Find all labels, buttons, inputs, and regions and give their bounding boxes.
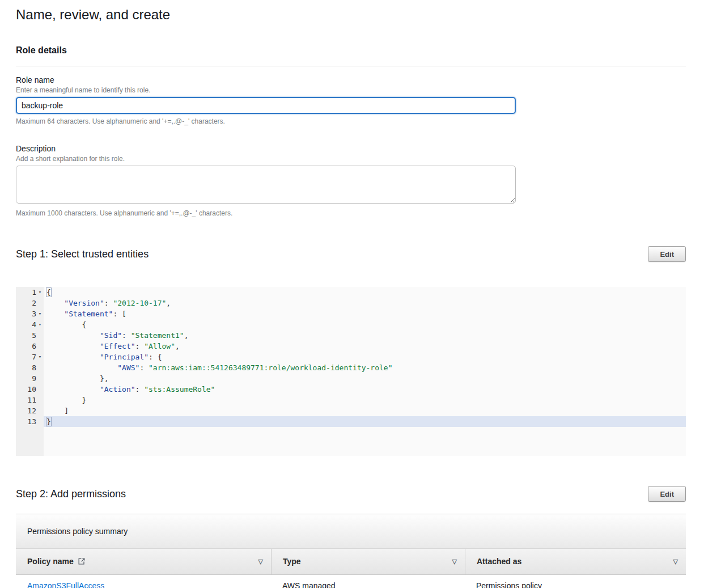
external-link-icon — [78, 557, 86, 565]
line-number-gutter — [16, 427, 44, 456]
step1-edit-button[interactable]: Edit — [648, 246, 686, 262]
line-number-gutter: 3▾ — [16, 308, 44, 319]
role-name-label: Role name — [16, 75, 686, 84]
line-number: 5 — [32, 330, 36, 341]
line-number-gutter: 10 — [16, 384, 44, 395]
line-number-gutter: 1▾ — [16, 287, 44, 298]
line-number-gutter: 8 — [16, 362, 44, 373]
step2-header-row: Step 2: Add permissions Edit — [16, 480, 686, 509]
description-help: Add a short explanation for this role. — [16, 155, 686, 163]
description-textarea[interactable] — [16, 166, 516, 204]
line-number: 10 — [27, 384, 36, 395]
code-line: 9 }, — [16, 373, 686, 384]
filter-icon[interactable]: ▽ — [258, 558, 263, 565]
code-line: 2 "Version": "2012-10-17", — [16, 298, 686, 308]
line-number: 13 — [27, 416, 36, 427]
filter-icon[interactable]: ▽ — [452, 558, 457, 565]
line-number: 7 — [32, 352, 36, 362]
role-name-input[interactable] — [16, 97, 516, 114]
line-number-gutter: 2 — [16, 298, 44, 308]
table-row: AmazonS3FullAccess AWS managed Permissio… — [16, 575, 686, 588]
line-number-gutter: 4▾ — [16, 319, 44, 330]
attached-as-cell: Permissions policy — [465, 581, 686, 588]
step2-heading: Step 2: Add permissions — [16, 488, 126, 500]
code-text: "Sid": "Statement1", — [44, 330, 686, 341]
code-line: 7▾ "Principal": { — [16, 352, 686, 362]
policy-type-cell: AWS managed — [271, 581, 465, 588]
line-number: 8 — [32, 362, 36, 373]
description-label: Description — [16, 144, 686, 153]
fold-caret-icon[interactable]: ▾ — [36, 308, 44, 319]
editor-empty-area — [16, 427, 686, 456]
code-text: { — [44, 319, 686, 330]
code-line: 11 } — [16, 395, 686, 405]
permissions-summary-title: Permissions policy summary — [27, 527, 128, 536]
line-number: 11 — [27, 395, 36, 405]
line-number-gutter: 5 — [16, 330, 44, 341]
line-number-gutter: 7▾ — [16, 352, 44, 362]
iam-create-role-review-page: Name, review, and create Role details Ro… — [0, 6, 704, 588]
column-header-type[interactable]: Type ▽ — [271, 549, 465, 574]
code-text: { — [44, 287, 686, 298]
code-text: } — [44, 395, 686, 405]
code-line: 4▾ { — [16, 319, 686, 330]
step1-heading: Step 1: Select trusted entities — [16, 248, 149, 260]
code-text: "Principal": { — [44, 352, 686, 362]
description-field: Description Add a short explanation for … — [16, 144, 686, 217]
step2-edit-button[interactable]: Edit — [648, 486, 686, 502]
line-number: 4 — [32, 319, 36, 330]
step2-section: Step 2: Add permissions Edit Permissions… — [16, 480, 686, 588]
column-header-policy-name[interactable]: Policy name ▽ — [16, 549, 271, 574]
role-name-help: Enter a meaningful name to identify this… — [16, 86, 686, 94]
line-number: 12 — [27, 405, 36, 416]
filter-icon[interactable]: ▽ — [673, 558, 678, 565]
line-number: 3 — [32, 308, 36, 319]
code-text: "Statement": [ — [44, 308, 686, 319]
code-text: }, — [44, 373, 686, 384]
code-text: "Effect": "Allow", — [44, 341, 686, 352]
code-text: } — [44, 416, 686, 427]
fold-caret-icon[interactable]: ▾ — [36, 352, 44, 362]
permissions-summary-panel: Permissions policy summary Policy name ▽ — [16, 514, 686, 588]
fold-caret-icon[interactable]: ▾ — [36, 287, 44, 298]
policy-name-cell: AmazonS3FullAccess — [16, 581, 271, 588]
trust-policy-editor[interactable]: 1▾{2 "Version": "2012-10-17",3▾ "Stateme… — [16, 287, 686, 456]
line-number: 1 — [32, 287, 36, 298]
role-details-heading: Role details — [16, 45, 686, 56]
code-line: 1▾{ — [16, 287, 686, 298]
column-header-attached-as[interactable]: Attached as ▽ — [465, 549, 686, 574]
line-number-gutter: 6 — [16, 341, 44, 352]
line-number: 6 — [32, 341, 36, 352]
code-text: ] — [44, 405, 686, 416]
line-number-gutter: 13 — [16, 416, 44, 427]
code-line: 6 "Effect": "Allow", — [16, 341, 686, 352]
section-divider — [16, 66, 686, 66]
role-name-field: Role name Enter a meaningful name to ide… — [16, 75, 686, 125]
policy-link[interactable]: AmazonS3FullAccess — [27, 581, 104, 588]
fold-caret-icon[interactable]: ▾ — [36, 319, 44, 330]
line-number-gutter: 12 — [16, 405, 44, 416]
code-line: 5 "Sid": "Statement1", — [16, 330, 686, 341]
type-header-label: Type — [283, 557, 301, 566]
policy-table-header: Policy name ▽ Type ▽ Attached a — [16, 548, 686, 575]
line-number: 2 — [32, 298, 36, 308]
role-details-section: Role details Role name Enter a meaningfu… — [16, 45, 686, 217]
code-text: "Version": "2012-10-17", — [44, 298, 686, 308]
step1-header-row: Step 1: Select trusted entities Edit — [16, 240, 686, 269]
code-line: 13} — [16, 416, 686, 427]
code-text: "Action": "sts:AssumeRole" — [44, 384, 686, 395]
attached-as-header-label: Attached as — [477, 557, 521, 566]
policy-name-header-label: Policy name — [27, 557, 74, 566]
code-line: 10 "Action": "sts:AssumeRole" — [16, 384, 686, 395]
line-number-gutter: 9 — [16, 373, 44, 384]
permissions-summary-panel-header: Permissions policy summary — [16, 514, 686, 548]
code-line: 3▾ "Statement": [ — [16, 308, 686, 319]
line-number: 9 — [32, 373, 36, 384]
code-line: 12 ] — [16, 405, 686, 416]
line-number-gutter: 11 — [16, 395, 44, 405]
description-constraint: Maximum 1000 characters. Use alphanumeri… — [16, 209, 686, 217]
page-title: Name, review, and create — [16, 6, 686, 24]
code-text: "AWS": "arn:aws:iam::541263489771:role/w… — [44, 362, 686, 373]
step1-section: Step 1: Select trusted entities Edit 1▾{… — [16, 240, 686, 456]
code-line: 8 "AWS": "arn:aws:iam::541263489771:role… — [16, 362, 686, 373]
